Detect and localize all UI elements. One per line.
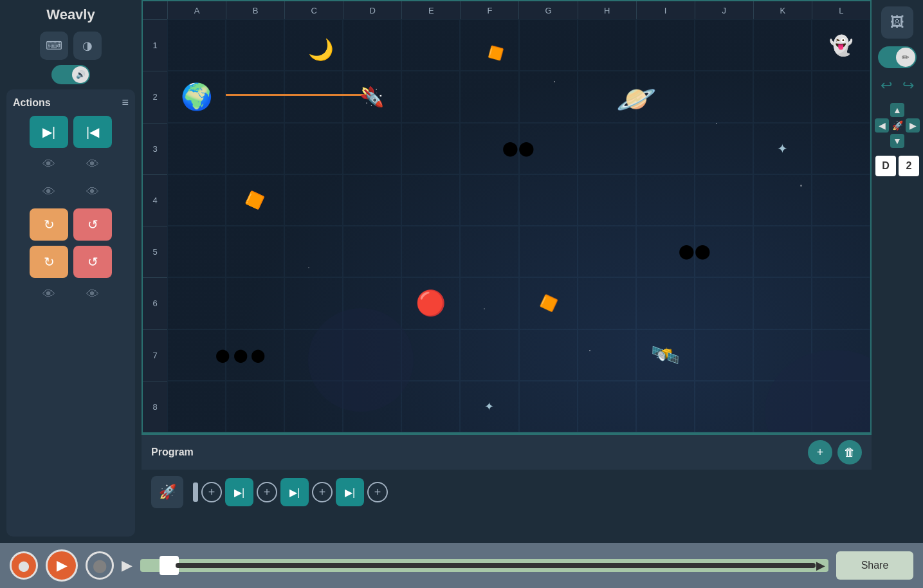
col-l: L <box>812 1 870 19</box>
row-8: 8 <box>143 381 167 432</box>
share-button[interactable]: Share <box>836 551 913 580</box>
record-icon: ⬤ <box>18 560 30 572</box>
col-f: F <box>460 1 518 19</box>
coord-row: 2 <box>899 156 919 176</box>
progress-bar[interactable]: ▶ <box>140 559 828 572</box>
col-b: B <box>226 1 284 19</box>
edit-icon: ✏ <box>902 52 909 62</box>
keyboard-icon: ⌨ <box>46 39 62 53</box>
eye-icon-2: 👁 <box>86 157 99 172</box>
eye-btn-6[interactable]: 👁 <box>73 283 112 306</box>
eye-btn-5[interactable]: 👁 <box>30 283 68 306</box>
eye-btn-4[interactable]: 👁 <box>73 181 112 203</box>
program-spaceship: 🚀 <box>151 476 183 508</box>
coord-col: D <box>875 156 896 176</box>
undo-icon: ↩ <box>881 77 892 94</box>
eye-row-2: 👁 👁 <box>13 181 129 203</box>
asteroids-object: ⬤ ⬤ ⬤ <box>167 329 314 381</box>
eye-row-1: 👁 👁 <box>13 153 129 176</box>
moon-object: 🌙 <box>291 23 350 75</box>
row-3: 3 <box>143 123 167 174</box>
actions-panel: Actions ≡ ▶| |◀ 👁 👁 <box>6 89 135 537</box>
rotate-cw2-btn[interactable]: ↻ <box>30 246 68 278</box>
step-backward-btn[interactable]: |◀ <box>73 116 112 148</box>
nav-left-button[interactable]: ◀ <box>875 118 889 133</box>
rotate-row-1: ↻ ↺ <box>13 208 129 241</box>
step-backward-icon: |◀ <box>86 124 99 140</box>
rotate-cw-icon: ↻ <box>44 217 55 232</box>
stop-button[interactable]: ⬤ <box>86 551 114 580</box>
row-1: 1 <box>143 19 167 71</box>
nav-right-button[interactable]: ▶ <box>906 118 920 133</box>
step-forward-btn[interactable]: ▶| <box>30 116 68 148</box>
seq-add-btn-3[interactable]: + <box>367 482 388 502</box>
undo-button[interactable]: ↩ <box>877 76 896 95</box>
image-icon: 🖼 <box>890 14 904 31</box>
left-sidebar: Weavly ⌨ ◑ 🔊 Actions ≡ <box>0 0 142 543</box>
nav-spacer-bl <box>875 134 889 148</box>
center-area: A B C D E F G H I J K L 1 <box>142 0 872 543</box>
rocks1-object: ⬤⬤ <box>460 123 577 174</box>
seq-add-btn-2[interactable]: + <box>312 482 333 502</box>
program-title: Program <box>151 446 194 458</box>
seq-action-btn-3[interactable]: ▶| <box>336 478 364 506</box>
program-header: Program + 🗑 <box>142 435 872 470</box>
step-actions-row: ▶| |◀ <box>13 116 129 148</box>
edit-toggle[interactable]: ✏ <box>878 46 917 68</box>
eye-icon-3: 👁 <box>42 185 55 199</box>
redo-button[interactable]: ↪ <box>899 76 918 95</box>
col-c: C <box>284 1 343 19</box>
grid-canvas[interactable]: // Generate 96 cells for (let i = 0; i <… <box>167 19 870 432</box>
keyboard-button[interactable]: ⌨ <box>40 32 68 60</box>
rotate-cw2-icon: ↻ <box>44 254 55 270</box>
record-button[interactable]: ⬤ <box>10 551 38 580</box>
row-4: 4 <box>143 174 167 226</box>
nav-down-button[interactable]: ▼ <box>890 134 904 148</box>
stop-icon: ⬤ <box>93 558 107 573</box>
sound-toggle-row: 🔊 <box>51 65 90 84</box>
eye-btn-2[interactable]: 👁 <box>73 153 112 176</box>
grid-container: A B C D E F G H I J K L 1 <box>142 0 872 434</box>
rotate-ccw-icon: ↺ <box>87 217 98 232</box>
contrast-button[interactable]: ◑ <box>73 32 102 60</box>
actions-header: Actions ≡ <box>13 96 129 109</box>
menu-icon[interactable]: ≡ <box>122 96 129 109</box>
col-i: I <box>636 1 695 19</box>
step-back-icon: ▶ <box>122 557 133 573</box>
eye-icon-6: 👁 <box>86 287 99 302</box>
seq-add-btn-1[interactable]: + <box>257 482 277 502</box>
rotate-row-2: ↻ ↺ <box>13 246 129 278</box>
play-button[interactable]: ▶ <box>46 549 78 582</box>
eye-icon-5: 👁 <box>42 287 55 302</box>
nav-up-button[interactable]: ▲ <box>890 103 904 117</box>
rotate-cw-btn[interactable]: ↻ <box>30 208 68 241</box>
eye-btn-1[interactable]: 👁 <box>30 153 68 176</box>
navigation-cross: ▲ ◀ 🚀 ▶ ▼ <box>875 103 920 148</box>
col-e: E <box>401 1 460 19</box>
step-back-button[interactable]: ▶ <box>122 557 133 574</box>
sound-toggle[interactable]: 🔊 <box>51 65 90 84</box>
row-7: 7 <box>143 329 167 381</box>
redo-icon: ↪ <box>902 77 914 94</box>
row-6: 6 <box>143 277 167 329</box>
bottom-bar: ⬤ ▶ ⬤ ▶ ▶ Share <box>0 543 923 588</box>
nav-center: 🚀 <box>890 118 904 133</box>
edit-knob: ✏ <box>896 48 915 67</box>
right-sidebar: 🖼 ✏ ↩ ↪ ▲ ◀ 🚀 ▶ ▼ <box>872 0 923 543</box>
row-2: 2 <box>143 71 167 122</box>
image-button[interactable]: 🖼 <box>881 6 913 39</box>
add-step-button[interactable]: + <box>808 440 832 464</box>
seq-action-btn-1[interactable]: ▶| <box>225 478 253 506</box>
seq-action-btn-2[interactable]: ▶| <box>280 478 309 506</box>
rotate-ccw-btn[interactable]: ↺ <box>73 208 112 241</box>
col-j: J <box>695 1 753 19</box>
rocks2-object: ⬤⬤ <box>636 226 753 277</box>
delete-step-button[interactable]: 🗑 <box>837 440 862 464</box>
program-sequence: + ▶| + ▶| + ▶| + <box>193 478 388 506</box>
eye-btn-3[interactable]: 👁 <box>30 181 68 203</box>
rotate-ccw2-btn[interactable]: ↺ <box>73 246 112 278</box>
sequence-start <box>193 482 198 502</box>
program-controls: + 🗑 <box>808 440 862 464</box>
actions-title: Actions <box>13 97 51 109</box>
seq-add-btn-0[interactable]: + <box>201 482 222 502</box>
